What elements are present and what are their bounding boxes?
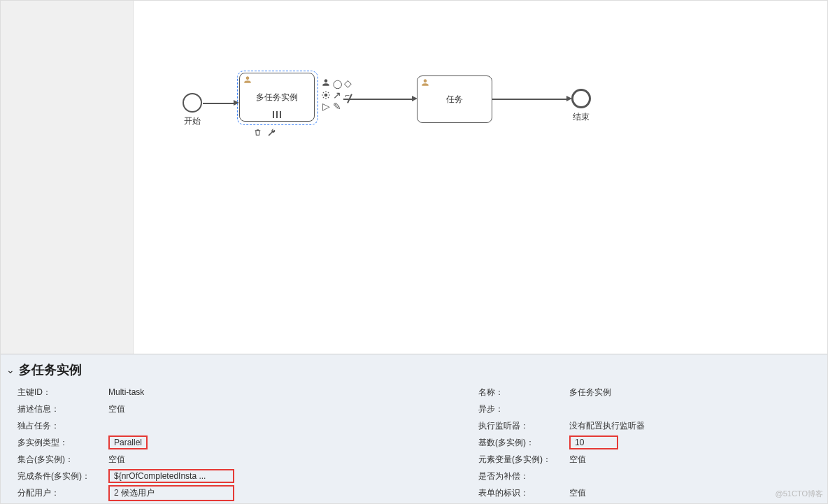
props-col-left: 主键ID： Multi-task 描述信息： 空值 独占任务： 多实例类型： P…	[6, 384, 366, 501]
prop-label: 完成条件(多实例)：	[17, 470, 108, 482]
ctx-arrow-icon[interactable]: ↗	[332, 90, 342, 100]
parallel-marker-icon	[273, 111, 281, 118]
prop-collection[interactable]: 集合(多实例)： 空值	[17, 451, 352, 468]
prop-label: 集合(多实例)：	[17, 454, 108, 466]
highlight: 10	[569, 435, 618, 449]
prop-value: 2 候选用户	[108, 485, 352, 501]
task-box: 任务	[417, 75, 492, 123]
prop-multi-type[interactable]: 多实例类型： Parallel	[17, 434, 352, 451]
end-event[interactable]: 结束	[571, 89, 591, 108]
user-task[interactable]: 任务	[417, 75, 492, 123]
prop-value: 空值	[108, 403, 352, 415]
prop-listener[interactable]: 执行监听器： 没有配置执行监听器	[478, 417, 813, 434]
prop-compensate[interactable]: 是否为补偿：	[478, 468, 813, 484]
properties-header[interactable]: ⌄ 多任务实例	[6, 354, 827, 384]
prop-value: 多任务实例	[569, 387, 813, 398]
user-icon	[420, 78, 430, 87]
chevron-down-icon: ⌄	[6, 364, 15, 375]
prop-label: 独占任务：	[17, 420, 108, 432]
prop-label: 元素变量(多实例)：	[478, 454, 569, 466]
bpmn-canvas[interactable]: 开始 多任务实例 ◯ ◇ ↗ ⌐ ▷ ✎	[134, 1, 827, 354]
prop-label: 主键ID：	[17, 387, 108, 398]
prop-value: Multi-task	[108, 387, 352, 397]
prop-label: 是否为补偿：	[478, 470, 569, 482]
end-label: 结束	[573, 111, 590, 123]
ctx-play-icon[interactable]: ▷	[321, 101, 331, 111]
highlight: Parallel	[108, 435, 148, 449]
sequence-flow[interactable]	[492, 99, 568, 100]
properties-body: 主键ID： Multi-task 描述信息： 空值 独占任务： 多实例类型： P…	[6, 384, 827, 501]
ctx-gear-icon[interactable]	[321, 90, 331, 100]
prop-label: 基数(多实例)：	[478, 437, 569, 449]
panel-title: 多任务实例	[19, 361, 82, 378]
prop-value: 没有配置执行监听器	[569, 420, 813, 432]
prop-id[interactable]: 主键ID： Multi-task	[17, 384, 352, 401]
prop-formkey[interactable]: 表单的标识： 空值	[478, 484, 813, 501]
prop-assign[interactable]: 分配用户： 2 候选用户	[17, 484, 352, 501]
prop-name[interactable]: 名称： 多任务实例	[478, 384, 813, 401]
prop-value: Parallel	[108, 435, 352, 449]
properties-panel: ⌄ 多任务实例 主键ID： Multi-task 描述信息： 空值 独占任务： …	[1, 354, 827, 504]
task-label: 多任务实例	[256, 92, 298, 103]
ctx-trash-icon[interactable]	[252, 128, 262, 138]
highlight: ${nrOfCompletedInsta ...	[108, 469, 234, 483]
start-circle-icon	[183, 93, 202, 113]
prop-exclusive[interactable]: 独占任务：	[17, 417, 352, 434]
ctx-diamond-icon[interactable]: ◇	[343, 78, 352, 88]
prop-async[interactable]: 异步：	[478, 401, 813, 417]
start-label: 开始	[184, 115, 201, 127]
ctx-edit-icon[interactable]: ✎	[332, 101, 342, 111]
ctx-wrench-icon[interactable]	[266, 128, 276, 138]
sequence-flow[interactable]	[203, 103, 234, 104]
prop-value: 10	[569, 435, 813, 449]
watermark: @51CTO博客	[776, 489, 823, 499]
user-icon	[243, 75, 252, 85]
sequence-flow[interactable]	[343, 99, 413, 100]
prop-value: ${nrOfCompletedInsta ...	[108, 469, 352, 483]
canvas-area: 开始 多任务实例 ◯ ◇ ↗ ⌐ ▷ ✎	[1, 1, 827, 352]
prop-label: 描述信息：	[17, 403, 108, 415]
user-task-multi[interactable]: 多任务实例	[237, 71, 318, 125]
ctx-circle-icon[interactable]: ◯	[332, 79, 342, 89]
end-circle-icon	[571, 89, 591, 108]
highlight: 2 候选用户	[108, 485, 234, 501]
ctx-user-icon[interactable]	[321, 78, 331, 87]
prop-cardinality[interactable]: 基数(多实例)： 10	[478, 434, 813, 451]
prop-value: 空值	[569, 454, 813, 466]
task-box: 多任务实例	[239, 73, 315, 122]
start-event[interactable]: 开始	[183, 93, 202, 113]
prop-label: 分配用户：	[17, 487, 108, 499]
prop-value: 空值	[108, 454, 352, 466]
prop-label: 名称：	[478, 387, 569, 398]
prop-label: 多实例类型：	[17, 437, 108, 449]
prop-label: 异步：	[478, 403, 569, 415]
svg-point-0	[324, 94, 328, 97]
prop-complete[interactable]: 完成条件(多实例)： ${nrOfCompletedInsta ...	[17, 468, 352, 484]
prop-elemvar[interactable]: 元素变量(多实例)： 空值	[478, 451, 813, 468]
prop-desc[interactable]: 描述信息： 空值	[17, 401, 352, 417]
prop-label: 执行监听器：	[478, 420, 569, 432]
prop-label: 表单的标识：	[478, 487, 569, 499]
props-col-right: 名称： 多任务实例 异步： 执行监听器： 没有配置执行监听器 基数(多实例)： …	[366, 384, 827, 501]
task-label: 任务	[446, 94, 463, 106]
palette-gutter	[1, 1, 134, 354]
